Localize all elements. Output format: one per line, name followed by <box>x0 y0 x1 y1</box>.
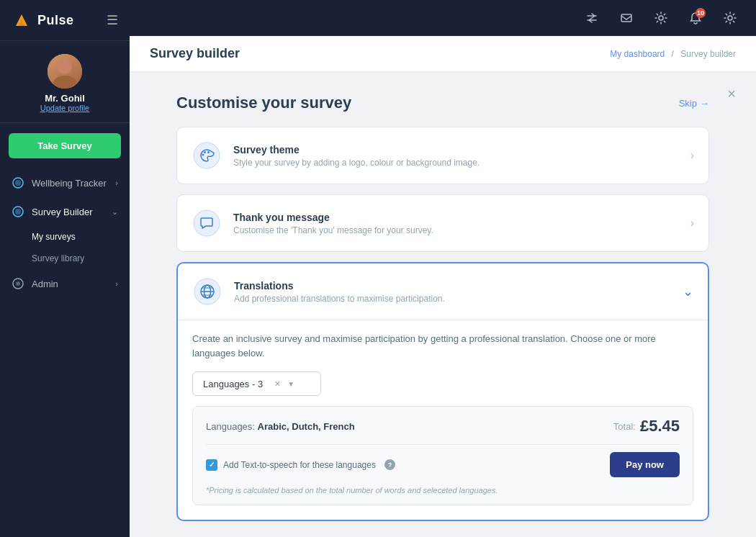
translations-card-subtitle: Add professional translations to maximis… <box>234 294 445 304</box>
language-selector[interactable]: Languages - 3 × ▼ <box>192 371 321 396</box>
help-icon[interactable]: ? <box>384 459 395 470</box>
pulse-logo-icon <box>12 10 32 30</box>
selector-arrow-icon: ▼ <box>287 380 294 388</box>
text-to-speech-label: Add Text-to-speech for these languages <box>223 460 376 470</box>
notification-count: 10 <box>696 8 706 18</box>
language-selector-label: Languages - 3 <box>203 379 263 389</box>
language-selector-row: Languages - 3 × ▼ <box>192 371 693 396</box>
profile-settings-icon[interactable] <box>719 6 742 30</box>
mail-icon[interactable] <box>615 6 638 30</box>
update-profile-link[interactable]: Update profile <box>40 104 90 112</box>
page-content: Customise your survey Skip → <box>130 72 756 537</box>
user-name: Mr. Gohil <box>45 93 85 104</box>
selected-languages-display: Languages: Arabic, Dutch, French <box>206 421 355 432</box>
svg-point-7 <box>15 209 21 215</box>
translations-chevron-down-icon: ⌄ <box>683 284 693 299</box>
thankyou-card-title: Thank you message <box>233 212 433 223</box>
hamburger-icon[interactable]: ☰ <box>107 12 118 28</box>
user-section: Mr. Gohil Update profile <box>0 41 130 123</box>
section-header: Customise your survey Skip → <box>176 94 709 112</box>
app-name: Pulse <box>37 13 74 28</box>
sidebar-item-my-surveys[interactable]: My surveys <box>0 226 130 248</box>
pricing-box: Languages: Arabic, Dutch, French Total: … <box>192 406 693 505</box>
language-values: Arabic, Dutch, French <box>258 421 355 432</box>
survey-builder-label: Survey Builder <box>32 207 93 217</box>
globe-icon <box>192 276 222 307</box>
wellbeing-tracker-icon <box>12 176 24 189</box>
page-header: Survey builder My dashboard / Survey bui… <box>130 36 756 72</box>
theme-card-title: Survey theme <box>233 144 480 155</box>
pricing-bottom: ✓ Add Text-to-speech for these languages… <box>206 452 680 477</box>
svg-point-11 <box>659 16 663 20</box>
chevron-right-icon: › <box>115 179 118 187</box>
pricing-top: Languages: Arabic, Dutch, French Total: … <box>206 417 680 436</box>
total-amount: £5.45 <box>640 417 680 436</box>
page-title: Survey builder <box>150 46 240 61</box>
breadcrumb-separator: / <box>672 49 674 59</box>
translations-body: Create an inclusive survey and maximise … <box>178 320 708 520</box>
topbar: 10 <box>130 0 756 36</box>
survey-builder-icon <box>12 205 24 218</box>
clear-selection-icon[interactable]: × <box>274 378 280 389</box>
svg-point-5 <box>15 180 21 186</box>
admin-label: Admin <box>32 279 58 289</box>
breadcrumb-current: Survey builder <box>680 49 736 59</box>
sidebar-item-wellbeing-tracker[interactable]: Wellbeing Tracker › <box>0 168 130 197</box>
my-surveys-label: My surveys <box>32 232 76 242</box>
sidebar-item-survey-library[interactable]: Survey library <box>0 248 130 269</box>
translations-description: Create an inclusive survey and maximise … <box>192 332 693 360</box>
translations-card: Translations Add professional translatio… <box>176 262 709 521</box>
thankyou-card-chevron: › <box>690 217 694 230</box>
palette-icon <box>192 140 222 171</box>
survey-library-label: Survey library <box>32 253 84 263</box>
pricing-divider <box>206 444 680 445</box>
svg-point-17 <box>194 210 220 236</box>
chevron-down-icon: ⌄ <box>112 207 118 217</box>
admin-icon <box>12 277 24 290</box>
pay-now-button[interactable]: Pay now <box>610 452 680 477</box>
text-to-speech-checkbox[interactable]: ✓ <box>206 459 217 471</box>
checkbox-check-icon: ✓ <box>209 461 215 469</box>
svg-point-2 <box>58 60 72 74</box>
svg-point-3 <box>53 76 76 89</box>
customise-heading: Customise your survey <box>176 94 351 112</box>
svg-point-16 <box>207 151 210 153</box>
theme-card-chevron: › <box>690 149 694 162</box>
pricing-total: Total: £5.45 <box>613 417 680 436</box>
svg-point-9 <box>16 281 20 286</box>
thank-you-card[interactable]: Thank you message Customise the 'Thank y… <box>176 194 709 252</box>
admin-chevron-icon: › <box>115 279 118 288</box>
survey-body: Customise your survey Skip → <box>133 72 752 537</box>
pricing-note: *Pricing is calculated based on the tota… <box>206 486 680 495</box>
sidebar-item-admin[interactable]: Admin › <box>0 269 130 298</box>
sidebar-item-survey-builder[interactable]: Survey Builder ⌄ <box>0 197 130 226</box>
total-label: Total: <box>613 421 636 432</box>
svg-point-12 <box>728 16 732 20</box>
theme-card-subtitle: Style your survey by adding a logo, colo… <box>233 158 480 168</box>
settings-icon[interactable] <box>649 6 672 30</box>
breadcrumb-parent[interactable]: My dashboard <box>610 49 665 59</box>
svg-rect-10 <box>621 14 631 22</box>
wellbeing-tracker-label: Wellbeing Tracker <box>32 178 107 189</box>
take-survey-button[interactable]: Take Survey <box>9 133 121 158</box>
avatar <box>48 54 82 89</box>
svg-point-14 <box>202 154 204 156</box>
sidebar: Pulse ☰ Mr. Gohil Update profile Take Su… <box>0 0 130 537</box>
transfer-icon[interactable] <box>580 6 603 30</box>
notifications-icon[interactable]: 10 <box>684 6 707 30</box>
logo: Pulse <box>12 10 74 30</box>
close-button[interactable]: × <box>721 84 742 104</box>
arrow-right-icon: → <box>700 98 709 109</box>
text-to-speech-row: ✓ Add Text-to-speech for these languages… <box>206 459 395 471</box>
breadcrumb: My dashboard / Survey builder <box>610 49 736 59</box>
svg-point-15 <box>204 151 206 153</box>
translations-card-header[interactable]: Translations Add professional translatio… <box>178 263 708 320</box>
survey-theme-card[interactable]: Survey theme Style your survey by adding… <box>176 127 709 184</box>
avatar-image <box>48 54 82 89</box>
chat-icon <box>192 208 222 238</box>
skip-link[interactable]: Skip → <box>679 98 709 109</box>
svg-point-13 <box>194 143 220 168</box>
main-content: 10 Survey builder My dashboard / Survey … <box>130 0 756 537</box>
translations-card-title: Translations <box>234 280 445 292</box>
sidebar-header: Pulse ☰ <box>0 0 130 41</box>
